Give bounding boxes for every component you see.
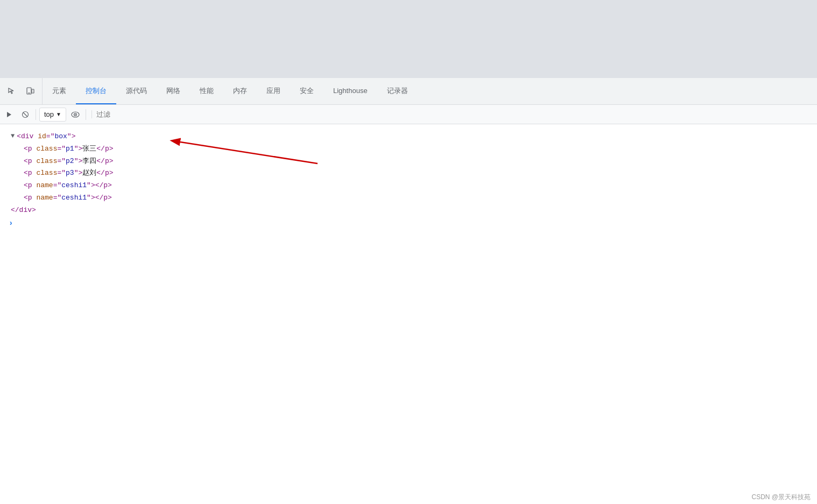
footer: CSDN @景天科技苑: [745, 491, 817, 504]
svg-point-9: [75, 114, 76, 115]
tab-elements[interactable]: 元素: [43, 78, 76, 104]
tab-recorder[interactable]: 记录器: [377, 78, 418, 104]
devtools-panel: 元素 控制台 源代码 网络 性能 内存 应用 安全: [0, 78, 817, 504]
tab-sources[interactable]: 源代码: [116, 78, 157, 104]
filter-input-wrapper: [91, 110, 815, 118]
html-tree: ▼ <div id="box" > <p class="p1" > 张三 </p…: [0, 129, 817, 230]
browser-top-area: [0, 0, 817, 78]
console-toolbar: top ▼: [0, 105, 817, 124]
device-mode-icon[interactable]: [23, 84, 38, 99]
devtools-header: 元素 控制台 源代码 网络 性能 内存 应用 安全: [0, 78, 817, 105]
tab-memory[interactable]: 内存: [223, 78, 257, 104]
toolbar-divider: [36, 109, 36, 120]
html-line-ceshi1-1: <p name="ceshi1" ></p>: [0, 180, 817, 192]
filter-input[interactable]: [96, 110, 204, 118]
svg-rect-1: [32, 89, 34, 93]
top-selector[interactable]: top ▼: [39, 108, 66, 122]
console-prompt-icon: ›: [4, 217, 13, 229]
html-line-div-close: </div>: [0, 204, 817, 217]
svg-line-6: [23, 112, 27, 117]
html-line-p2: <p class="p2" > 李四 </p>: [0, 155, 817, 168]
html-line-ceshi1-2: <p name="ceshi1" ></p>: [0, 192, 817, 204]
watch-icon[interactable]: [68, 108, 82, 122]
tab-console[interactable]: 控制台: [76, 78, 116, 104]
tab-application[interactable]: 应用: [257, 78, 290, 104]
html-line-p3: <p class="p3" > 赵刘 </p>: [0, 167, 817, 180]
svg-marker-3: [7, 112, 11, 117]
tab-network[interactable]: 网络: [157, 78, 190, 104]
block-icon[interactable]: [18, 108, 32, 122]
tab-security[interactable]: 安全: [290, 78, 323, 104]
toolbar-divider-2: [86, 109, 86, 120]
html-line-p1: <p class="p1" > 张三 </p>: [0, 143, 817, 155]
tab-lighthouse[interactable]: Lighthouse: [323, 78, 377, 104]
chevron-down-icon: ▼: [56, 111, 61, 117]
console-content: ▼ <div id="box" > <p class="p1" > 张三 </p…: [0, 124, 817, 504]
tab-performance[interactable]: 性能: [190, 78, 223, 104]
inspect-icon[interactable]: [4, 84, 19, 99]
run-script-icon[interactable]: [2, 108, 16, 122]
devtools-left-icons: [0, 78, 43, 104]
devtools-tabs: 元素 控制台 源代码 网络 性能 内存 应用 安全: [43, 78, 817, 104]
footer-text: CSDN @景天科技苑: [751, 493, 811, 501]
html-line-div-open: ▼ <div id="box" >: [0, 131, 817, 143]
triangle-icon[interactable]: ▼: [11, 131, 15, 141]
console-prompt-line: ›: [0, 217, 817, 230]
